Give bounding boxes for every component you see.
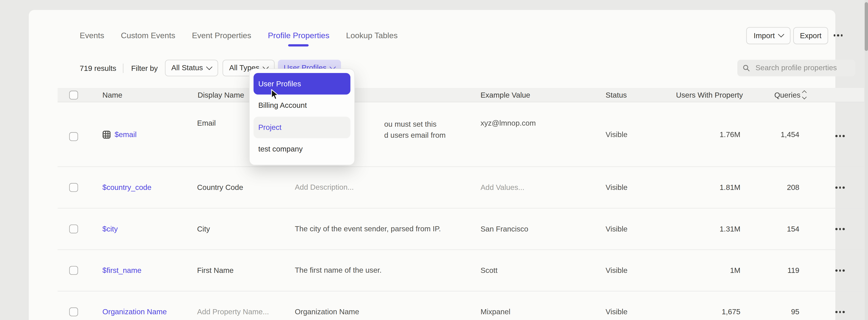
sort-arrows-icon[interactable] <box>803 91 806 99</box>
row-checkbox[interactable] <box>69 183 78 192</box>
property-name-cell[interactable]: $city <box>102 225 118 233</box>
tab-events[interactable]: Events <box>80 31 104 40</box>
property-name-link[interactable]: Organization Name <box>102 308 167 316</box>
lexicon-tabs: Events Custom Events Event Properties Pr… <box>80 31 398 40</box>
search-box[interactable] <box>737 60 855 76</box>
column-header-display-name[interactable]: Display Name <box>197 91 244 99</box>
description-cell[interactable]: Organization Name <box>295 307 359 317</box>
status-value[interactable]: Visible <box>606 183 627 191</box>
description-text: The first name of the user. <box>295 265 382 276</box>
users-with-property-value: 1.81M <box>639 183 740 191</box>
queries-value: 119 <box>744 266 799 275</box>
example-value-cell[interactable]: Mixpanel <box>480 308 510 316</box>
queries-value: 95 <box>744 308 799 316</box>
import-button[interactable]: Import <box>746 27 790 44</box>
row-checkbox[interactable] <box>69 308 78 316</box>
property-name-cell[interactable]: $country_code <box>102 183 152 191</box>
tab-profile-properties[interactable]: Profile Properties <box>268 31 330 40</box>
dropdown-item-user-profiles[interactable]: User Profiles <box>253 73 350 95</box>
table-row: $country_code Country Code Add Descripti… <box>58 167 864 208</box>
dropdown-item-billing-account[interactable]: Billing Account <box>253 95 350 116</box>
status-value[interactable]: Visible <box>606 266 627 275</box>
table-row: $city City The city of the event sender,… <box>58 208 864 250</box>
description-text: ou must set thisd users email from <box>384 119 445 140</box>
dropdown-item-project[interactable]: Project <box>253 116 350 138</box>
users-with-property-value: 1,675 <box>639 308 740 316</box>
property-name-link[interactable]: $city <box>102 225 118 233</box>
column-header-example-value[interactable]: Example Value <box>480 91 530 99</box>
queries-value: 208 <box>744 183 799 191</box>
row-checkbox[interactable] <box>69 132 78 141</box>
description-text: Add Description... <box>295 182 354 193</box>
description-text: The city of the event sender, parsed fro… <box>295 223 441 234</box>
row-checkbox[interactable] <box>69 224 78 234</box>
display-name-cell[interactable]: First Name <box>197 266 234 275</box>
example-value-cell[interactable]: Add Values... <box>480 183 525 191</box>
property-name-cell[interactable]: Organization Name <box>102 308 167 316</box>
select-all-checkbox[interactable] <box>69 91 78 99</box>
lexicon-page: Events Custom Events Event Properties Pr… <box>0 0 868 320</box>
display-name-cell[interactable]: Email <box>197 119 216 127</box>
example-value-cell[interactable]: xyz@lmnop.com <box>480 119 536 127</box>
row-menu-button[interactable] <box>834 133 845 139</box>
export-button[interactable]: Export <box>793 27 828 44</box>
row-menu-button[interactable] <box>834 226 845 232</box>
column-header-status[interactable]: Status <box>606 91 627 99</box>
status-value[interactable]: Visible <box>606 225 627 233</box>
queries-header-label: Queries <box>774 91 801 99</box>
property-name-cell[interactable]: $first_name <box>102 266 142 275</box>
tab-lookup-tables[interactable]: Lookup Tables <box>346 31 398 40</box>
property-name-cell[interactable]: $email <box>102 131 136 139</box>
column-header-users-with-property[interactable]: Users With Property <box>639 91 743 99</box>
description-text: Organization Name <box>295 307 359 317</box>
users-with-property-value: 1M <box>639 266 740 275</box>
filter-by-label: Filter by <box>131 64 158 72</box>
status-filter-dropdown[interactable]: All Status <box>165 60 218 76</box>
ellipsis-icon <box>835 135 837 137</box>
property-name-link[interactable]: $email <box>115 131 136 139</box>
dropdown-item-test-company[interactable]: test company <box>253 138 350 160</box>
export-button-label: Export <box>800 31 822 40</box>
description-cell[interactable]: Add Description... <box>295 182 354 193</box>
column-header-queries[interactable]: Queries <box>748 91 806 99</box>
row-menu-button[interactable] <box>834 184 845 190</box>
status-value[interactable]: Visible <box>606 131 627 139</box>
queries-value: 154 <box>744 225 799 233</box>
grid-icon <box>102 131 111 139</box>
results-count[interactable]: 719 results <box>80 64 116 72</box>
content-card: Events Custom Events Event Properties Pr… <box>29 10 836 320</box>
status-value[interactable]: Visible <box>606 308 627 316</box>
display-name-cell[interactable]: City <box>197 225 210 233</box>
tab-custom-events[interactable]: Custom Events <box>121 31 175 40</box>
row-checkbox[interactable] <box>69 266 78 275</box>
ellipsis-icon <box>835 311 837 313</box>
mouse-cursor <box>271 89 279 101</box>
search-icon <box>743 64 749 72</box>
column-header-name[interactable]: Name <box>102 91 122 99</box>
ellipsis-icon <box>834 34 836 36</box>
table-row: $email Email ou must set thisd users ema… <box>58 102 864 167</box>
description-cell[interactable]: ou must set thisd users email from <box>384 119 445 140</box>
property-name-link[interactable]: $country_code <box>102 183 152 191</box>
display-name-cell[interactable]: Add Property Name... <box>197 308 269 316</box>
example-value-cell[interactable]: Scott <box>480 266 498 275</box>
example-value-cell[interactable]: San Francisco <box>480 225 528 233</box>
ellipsis-icon <box>835 270 837 272</box>
scrollbar-thumb[interactable] <box>864 2 868 51</box>
display-name-cell[interactable]: Country Code <box>197 183 243 191</box>
table-row: $first_name First Name The first name of… <box>58 250 864 291</box>
chevron-down-icon <box>778 31 784 37</box>
description-cell[interactable]: The first name of the user. <box>295 265 382 276</box>
scrollbar-track[interactable] <box>864 0 868 320</box>
property-name-link[interactable]: $first_name <box>102 266 142 275</box>
row-menu-button[interactable] <box>834 267 845 274</box>
chevron-down-icon <box>206 64 212 70</box>
entity-dropdown-menu: User Profiles Billing Account Project te… <box>249 69 355 165</box>
row-menu-button[interactable] <box>834 309 845 315</box>
search-input[interactable] <box>754 63 850 72</box>
tab-event-properties[interactable]: Event Properties <box>192 31 251 40</box>
ellipsis-icon <box>835 228 837 230</box>
users-with-property-value: 1.76M <box>639 131 740 139</box>
description-cell[interactable]: The city of the event sender, parsed fro… <box>295 223 441 234</box>
more-menu-button[interactable] <box>831 30 845 41</box>
